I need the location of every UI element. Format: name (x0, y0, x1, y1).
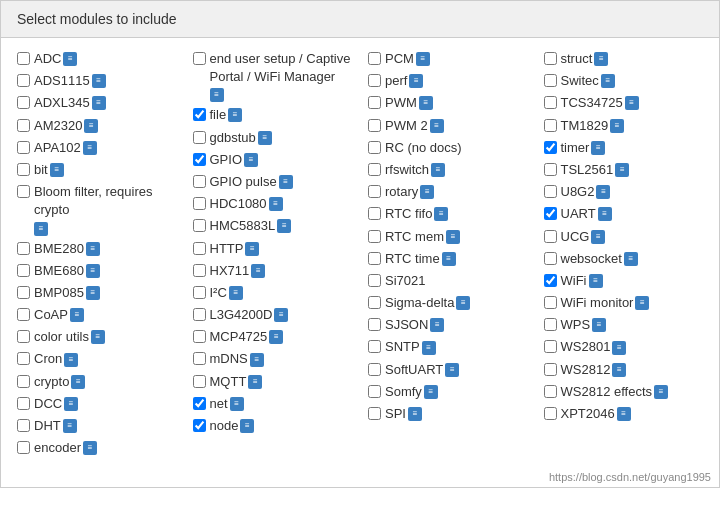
module-checkbox[interactable] (193, 286, 206, 299)
module-checkbox[interactable] (193, 419, 206, 432)
doc-icon[interactable]: ≡ (612, 341, 626, 355)
module-checkbox[interactable] (544, 340, 557, 353)
doc-icon[interactable]: ≡ (64, 397, 78, 411)
doc-icon[interactable]: ≡ (245, 242, 259, 256)
module-checkbox[interactable] (544, 252, 557, 265)
doc-icon[interactable]: ≡ (594, 52, 608, 66)
module-checkbox[interactable] (368, 163, 381, 176)
doc-icon[interactable]: ≡ (230, 397, 244, 411)
doc-icon[interactable]: ≡ (63, 52, 77, 66)
doc-icon[interactable]: ≡ (420, 185, 434, 199)
module-checkbox[interactable] (17, 119, 30, 132)
module-checkbox[interactable] (544, 185, 557, 198)
doc-icon[interactable]: ≡ (84, 119, 98, 133)
module-checkbox[interactable] (193, 153, 206, 166)
doc-icon[interactable]: ≡ (248, 375, 262, 389)
module-checkbox[interactable] (17, 375, 30, 388)
module-checkbox[interactable] (544, 385, 557, 398)
module-checkbox[interactable] (368, 96, 381, 109)
module-checkbox[interactable] (368, 207, 381, 220)
module-checkbox[interactable] (193, 52, 206, 65)
doc-icon[interactable]: ≡ (624, 252, 638, 266)
module-checkbox[interactable] (193, 175, 206, 188)
module-checkbox[interactable] (193, 352, 206, 365)
module-checkbox[interactable] (544, 207, 557, 220)
doc-icon[interactable]: ≡ (591, 230, 605, 244)
module-checkbox[interactable] (368, 119, 381, 132)
doc-icon[interactable]: ≡ (654, 385, 668, 399)
doc-icon[interactable]: ≡ (422, 341, 436, 355)
module-checkbox[interactable] (17, 352, 30, 365)
doc-icon[interactable]: ≡ (419, 96, 433, 110)
doc-icon[interactable]: ≡ (615, 163, 629, 177)
doc-icon[interactable]: ≡ (91, 330, 105, 344)
module-checkbox[interactable] (544, 119, 557, 132)
doc-icon[interactable]: ≡ (250, 353, 264, 367)
module-checkbox[interactable] (544, 52, 557, 65)
module-checkbox[interactable] (17, 397, 30, 410)
module-checkbox[interactable] (368, 340, 381, 353)
module-checkbox[interactable] (368, 141, 381, 154)
module-checkbox[interactable] (193, 397, 206, 410)
doc-icon[interactable]: ≡ (63, 419, 77, 433)
module-checkbox[interactable] (544, 230, 557, 243)
doc-icon[interactable]: ≡ (625, 96, 639, 110)
module-checkbox[interactable] (17, 441, 30, 454)
doc-icon[interactable]: ≡ (445, 363, 459, 377)
module-checkbox[interactable] (544, 407, 557, 420)
doc-icon[interactable]: ≡ (416, 52, 430, 66)
module-checkbox[interactable] (17, 264, 30, 277)
module-checkbox[interactable] (17, 308, 30, 321)
doc-icon[interactable]: ≡ (210, 88, 224, 102)
doc-icon[interactable]: ≡ (244, 153, 258, 167)
module-checkbox[interactable] (17, 419, 30, 432)
module-checkbox[interactable] (544, 74, 557, 87)
module-checkbox[interactable] (193, 242, 206, 255)
module-checkbox[interactable] (17, 96, 30, 109)
doc-icon[interactable]: ≡ (446, 230, 460, 244)
doc-icon[interactable]: ≡ (274, 308, 288, 322)
doc-icon[interactable]: ≡ (596, 185, 610, 199)
module-checkbox[interactable] (368, 52, 381, 65)
module-checkbox[interactable] (368, 274, 381, 287)
module-checkbox[interactable] (17, 286, 30, 299)
doc-icon[interactable]: ≡ (83, 141, 97, 155)
doc-icon[interactable]: ≡ (92, 96, 106, 110)
doc-icon[interactable]: ≡ (612, 363, 626, 377)
doc-icon[interactable]: ≡ (269, 197, 283, 211)
doc-icon[interactable]: ≡ (34, 222, 48, 236)
doc-icon[interactable]: ≡ (409, 74, 423, 88)
doc-icon[interactable]: ≡ (456, 296, 470, 310)
doc-icon[interactable]: ≡ (269, 330, 283, 344)
module-checkbox[interactable] (17, 330, 30, 343)
doc-icon[interactable]: ≡ (431, 163, 445, 177)
module-checkbox[interactable] (544, 141, 557, 154)
doc-icon[interactable]: ≡ (279, 175, 293, 189)
module-checkbox[interactable] (368, 230, 381, 243)
doc-icon[interactable]: ≡ (86, 242, 100, 256)
module-checkbox[interactable] (368, 74, 381, 87)
module-checkbox[interactable] (193, 219, 206, 232)
doc-icon[interactable]: ≡ (430, 119, 444, 133)
module-checkbox[interactable] (368, 252, 381, 265)
doc-icon[interactable]: ≡ (277, 219, 291, 233)
doc-icon[interactable]: ≡ (92, 74, 106, 88)
doc-icon[interactable]: ≡ (64, 353, 78, 367)
module-checkbox[interactable] (193, 197, 206, 210)
module-checkbox[interactable] (544, 363, 557, 376)
doc-icon[interactable]: ≡ (424, 385, 438, 399)
module-checkbox[interactable] (193, 264, 206, 277)
doc-icon[interactable]: ≡ (228, 108, 242, 122)
module-checkbox[interactable] (17, 141, 30, 154)
doc-icon[interactable]: ≡ (86, 286, 100, 300)
module-checkbox[interactable] (368, 185, 381, 198)
module-checkbox[interactable] (368, 385, 381, 398)
module-checkbox[interactable] (544, 296, 557, 309)
doc-icon[interactable]: ≡ (589, 274, 603, 288)
doc-icon[interactable]: ≡ (240, 419, 254, 433)
module-checkbox[interactable] (193, 108, 206, 121)
doc-icon[interactable]: ≡ (434, 207, 448, 221)
module-checkbox[interactable] (544, 274, 557, 287)
module-checkbox[interactable] (193, 308, 206, 321)
module-checkbox[interactable] (368, 363, 381, 376)
